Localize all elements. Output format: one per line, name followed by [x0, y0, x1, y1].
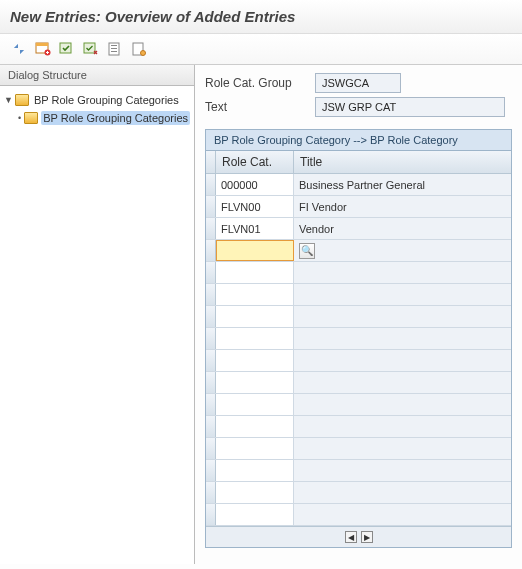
table-row-empty[interactable] — [206, 284, 511, 306]
svg-rect-3 — [60, 43, 71, 53]
cell-title[interactable]: Business Partner General — [294, 174, 511, 195]
row-handle[interactable] — [206, 372, 216, 393]
cell-title[interactable] — [294, 438, 511, 459]
text-value: JSW GRP CAT — [315, 97, 505, 117]
role-cat-group-label: Role Cat. Group — [205, 76, 315, 90]
tree-node-parent[interactable]: ▼ BP Role Grouping Categories — [4, 91, 190, 109]
svg-point-10 — [141, 51, 146, 56]
tree-label-selected: BP Role Grouping Categories — [41, 111, 190, 125]
cell-role-cat[interactable] — [216, 394, 294, 415]
row-handle[interactable] — [206, 196, 216, 217]
cell-title[interactable] — [294, 284, 511, 305]
bullet-icon: • — [18, 113, 21, 123]
col-header-role-cat[interactable]: Role Cat. — [216, 151, 294, 173]
role-cat-group-value: JSWGCA — [315, 73, 401, 93]
row-handle[interactable] — [206, 504, 216, 525]
row-handle[interactable] — [206, 482, 216, 503]
cell-role-cat[interactable] — [216, 372, 294, 393]
settings-icon[interactable] — [10, 40, 28, 58]
table-row-new[interactable]: 🔍 — [206, 240, 511, 262]
svg-rect-4 — [84, 43, 95, 53]
row-handle[interactable] — [206, 284, 216, 305]
search-help-icon[interactable]: 🔍 — [299, 243, 315, 259]
table-row-empty[interactable] — [206, 394, 511, 416]
svg-rect-8 — [111, 51, 117, 52]
row-handle[interactable] — [206, 174, 216, 195]
row-handle[interactable] — [206, 240, 216, 261]
scroll-left-icon[interactable]: ◀ — [345, 531, 357, 543]
table-new-icon[interactable] — [34, 40, 52, 58]
grid-header: Role Cat. Title — [206, 151, 511, 174]
table-row-empty[interactable] — [206, 306, 511, 328]
cell-title[interactable] — [294, 482, 511, 503]
svg-rect-1 — [36, 43, 48, 46]
table-row[interactable]: FLVN00FI Vendor — [206, 196, 511, 218]
cell-title[interactable] — [294, 328, 511, 349]
cell-role-cat[interactable] — [216, 416, 294, 437]
row-handle[interactable] — [206, 438, 216, 459]
list-icon[interactable] — [130, 40, 148, 58]
grid-select-all-handle[interactable] — [206, 151, 216, 173]
table-row-empty[interactable] — [206, 328, 511, 350]
cell-title[interactable] — [294, 460, 511, 481]
table-row[interactable]: FLVN01Vendor — [206, 218, 511, 240]
table-row-empty[interactable] — [206, 372, 511, 394]
cell-role-cat[interactable]: FLVN01 — [216, 218, 294, 239]
table-row-empty[interactable] — [206, 504, 511, 526]
row-handle[interactable] — [206, 416, 216, 437]
tree-node-child[interactable]: • BP Role Grouping Categories — [4, 109, 190, 127]
grid: Role Cat. Title 000000Business Partner G… — [205, 151, 512, 548]
cell-role-cat[interactable]: FLVN00 — [216, 196, 294, 217]
folder-open-icon — [24, 112, 38, 124]
sidebar-header: Dialog Structure — [0, 65, 194, 86]
cell-title[interactable] — [294, 350, 511, 371]
content-area: Role Cat. Group JSWGCA Text JSW GRP CAT … — [195, 65, 522, 564]
cell-title[interactable] — [294, 394, 511, 415]
table-row-empty[interactable] — [206, 416, 511, 438]
cell-title[interactable] — [294, 306, 511, 327]
table-row[interactable]: 000000Business Partner General — [206, 174, 511, 196]
app-toolbar — [0, 34, 522, 64]
cell-title[interactable] — [294, 504, 511, 525]
cell-role-cat[interactable] — [216, 350, 294, 371]
cell-role-cat[interactable] — [216, 262, 294, 283]
grid-scroll-footer: ◀ ▶ — [206, 526, 511, 547]
chevron-down-icon[interactable]: ▼ — [4, 95, 12, 105]
row-handle[interactable] — [206, 394, 216, 415]
svg-rect-6 — [111, 45, 117, 46]
cell-title[interactable]: Vendor — [294, 218, 511, 239]
cell-title[interactable]: FI Vendor — [294, 196, 511, 217]
cell-role-cat[interactable] — [216, 284, 294, 305]
table-row-empty[interactable] — [206, 350, 511, 372]
cell-title[interactable] — [294, 372, 511, 393]
tree-label: BP Role Grouping Categories — [32, 93, 181, 107]
row-handle[interactable] — [206, 350, 216, 371]
cell-role-cat-input[interactable] — [216, 240, 294, 261]
config-icon[interactable] — [106, 40, 124, 58]
table-row-empty[interactable] — [206, 482, 511, 504]
row-handle[interactable] — [206, 306, 216, 327]
row-handle[interactable] — [206, 328, 216, 349]
cell-title[interactable] — [294, 416, 511, 437]
row-handle[interactable] — [206, 460, 216, 481]
cell-role-cat[interactable] — [216, 438, 294, 459]
table-row-empty[interactable] — [206, 460, 511, 482]
row-handle[interactable] — [206, 262, 216, 283]
page-title: New Entries: Overview of Added Entries — [0, 0, 522, 34]
table-row-empty[interactable] — [206, 438, 511, 460]
row-handle[interactable] — [206, 218, 216, 239]
col-header-title[interactable]: Title — [294, 151, 511, 173]
table-select-icon[interactable] — [58, 40, 76, 58]
table-deselect-icon[interactable] — [82, 40, 100, 58]
cell-role-cat[interactable]: 000000 — [216, 174, 294, 195]
cell-role-cat[interactable] — [216, 460, 294, 481]
tree: ▼ BP Role Grouping Categories • BP Role … — [0, 86, 194, 132]
cell-role-cat[interactable] — [216, 504, 294, 525]
cell-title[interactable]: 🔍 — [294, 240, 511, 261]
cell-title[interactable] — [294, 262, 511, 283]
table-row-empty[interactable] — [206, 262, 511, 284]
cell-role-cat[interactable] — [216, 328, 294, 349]
cell-role-cat[interactable] — [216, 306, 294, 327]
scroll-right-icon[interactable]: ▶ — [361, 531, 373, 543]
cell-role-cat[interactable] — [216, 482, 294, 503]
